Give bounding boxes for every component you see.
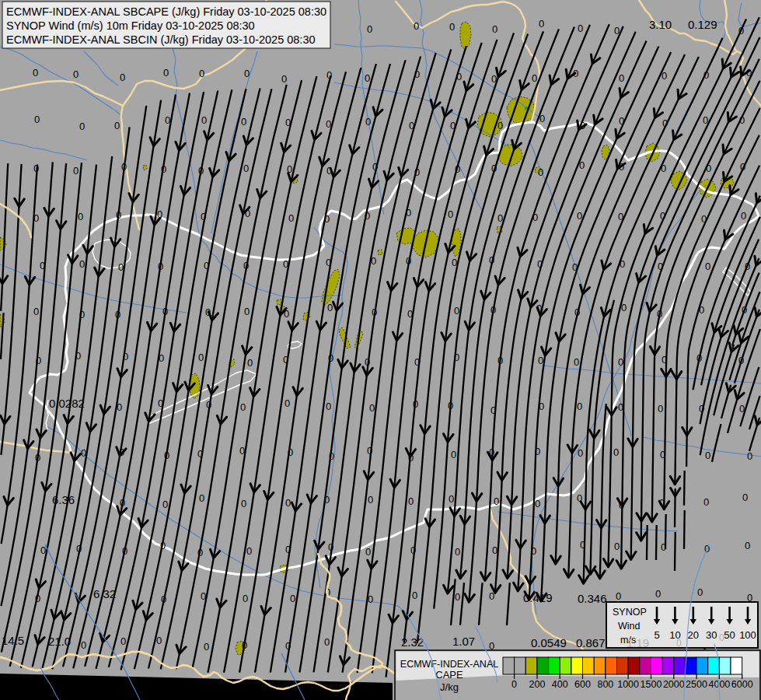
svg-text:0: 0 bbox=[538, 166, 543, 178]
svg-text:0: 0 bbox=[281, 73, 287, 85]
svg-text:0: 0 bbox=[747, 450, 752, 462]
svg-text:2500: 2500 bbox=[686, 679, 707, 690]
svg-text:0: 0 bbox=[246, 545, 252, 557]
svg-text:0: 0 bbox=[201, 114, 207, 126]
svg-text:0: 0 bbox=[614, 541, 620, 552]
svg-text:0: 0 bbox=[455, 546, 460, 558]
svg-text:0: 0 bbox=[742, 492, 748, 503]
svg-text:3.10: 3.10 bbox=[649, 18, 672, 31]
svg-text:0: 0 bbox=[156, 635, 162, 646]
svg-text:0: 0 bbox=[497, 120, 503, 131]
svg-text:0: 0 bbox=[240, 401, 246, 413]
svg-text:0: 0 bbox=[34, 114, 40, 125]
svg-text:2000: 2000 bbox=[663, 679, 685, 690]
svg-text:0: 0 bbox=[120, 72, 125, 83]
svg-text:0: 0 bbox=[408, 495, 414, 507]
svg-text:0: 0 bbox=[204, 641, 209, 653]
svg-text:0: 0 bbox=[532, 72, 537, 84]
svg-text:0: 0 bbox=[365, 546, 371, 558]
svg-text:0: 0 bbox=[199, 492, 204, 504]
svg-text:0: 0 bbox=[81, 639, 86, 651]
svg-text:ECMWF-INDEX-ANAL: ECMWF-INDEX-ANAL bbox=[400, 659, 498, 670]
svg-text:0: 0 bbox=[327, 302, 333, 313]
svg-text:0: 0 bbox=[243, 163, 249, 174]
svg-text:6000: 6000 bbox=[731, 679, 753, 690]
svg-text:600: 600 bbox=[574, 679, 591, 690]
svg-text:0: 0 bbox=[703, 496, 709, 508]
svg-text:5: 5 bbox=[654, 629, 659, 641]
svg-text:0: 0 bbox=[741, 210, 746, 222]
svg-text:0: 0 bbox=[511, 679, 517, 690]
svg-text:0: 0 bbox=[578, 23, 583, 34]
svg-text:0: 0 bbox=[285, 497, 291, 509]
svg-text:0: 0 bbox=[285, 397, 290, 409]
svg-text:0: 0 bbox=[719, 632, 724, 643]
svg-text:0: 0 bbox=[616, 590, 621, 602]
svg-text:0: 0 bbox=[241, 498, 246, 509]
svg-text:0: 0 bbox=[705, 450, 710, 461]
svg-text:0: 0 bbox=[414, 20, 419, 32]
svg-text:SYNOP: SYNOP bbox=[613, 607, 647, 618]
svg-text:200: 200 bbox=[529, 679, 546, 690]
svg-text:1.07: 1.07 bbox=[452, 635, 475, 648]
svg-text:0: 0 bbox=[449, 21, 455, 33]
svg-text:50: 50 bbox=[724, 629, 735, 641]
svg-text:1000: 1000 bbox=[617, 679, 639, 690]
svg-text:0: 0 bbox=[697, 586, 703, 598]
svg-text:0: 0 bbox=[290, 593, 295, 604]
svg-text:0.346: 0.346 bbox=[578, 592, 607, 605]
svg-text:0: 0 bbox=[658, 403, 663, 415]
svg-text:0: 0 bbox=[619, 72, 624, 84]
svg-text:0: 0 bbox=[577, 401, 582, 412]
svg-text:0: 0 bbox=[454, 305, 459, 317]
svg-text:0: 0 bbox=[199, 68, 204, 79]
svg-text:0: 0 bbox=[79, 121, 85, 132]
svg-text:400: 400 bbox=[552, 679, 568, 690]
svg-text:0: 0 bbox=[368, 494, 373, 506]
svg-text:0: 0 bbox=[535, 498, 540, 509]
svg-text:J/kg: J/kg bbox=[440, 681, 459, 693]
svg-text:0: 0 bbox=[676, 638, 682, 649]
svg-text:1500: 1500 bbox=[641, 679, 662, 690]
svg-text:Wind: Wind bbox=[618, 621, 641, 632]
svg-text:0: 0 bbox=[365, 116, 371, 128]
svg-text:0: 0 bbox=[326, 401, 331, 412]
svg-text:100: 100 bbox=[739, 629, 756, 641]
svg-text:0.0549: 0.0549 bbox=[531, 636, 567, 649]
svg-text:0: 0 bbox=[449, 493, 454, 505]
svg-text:1.19: 1.19 bbox=[627, 636, 649, 649]
svg-text:0: 0 bbox=[73, 165, 79, 177]
svg-text:0: 0 bbox=[705, 261, 710, 272]
svg-text:0.0282: 0.0282 bbox=[49, 397, 85, 410]
svg-text:0.867: 0.867 bbox=[576, 636, 606, 649]
svg-text:0: 0 bbox=[324, 636, 330, 648]
svg-text:0: 0 bbox=[497, 212, 503, 224]
svg-text:0: 0 bbox=[198, 352, 204, 363]
svg-text:0: 0 bbox=[241, 116, 246, 128]
svg-text:ECMWF-INDEX-ANAL SBCAPE (J/kg): ECMWF-INDEX-ANAL SBCAPE (J/kg) Friday 03… bbox=[6, 5, 326, 18]
svg-text:0: 0 bbox=[247, 357, 253, 369]
svg-text:800: 800 bbox=[597, 679, 613, 690]
svg-text:0: 0 bbox=[369, 402, 375, 414]
svg-text:0: 0 bbox=[539, 18, 544, 30]
svg-text:0: 0 bbox=[578, 447, 583, 459]
svg-text:SYNOP Wind (m/s) 10m Friday 03: SYNOP Wind (m/s) 10m Friday 03-10-2025 0… bbox=[6, 19, 255, 32]
svg-text:20: 20 bbox=[688, 629, 699, 641]
svg-text:0: 0 bbox=[655, 588, 661, 600]
svg-text:0: 0 bbox=[367, 23, 372, 35]
svg-text:0: 0 bbox=[492, 23, 497, 35]
svg-text:0: 0 bbox=[163, 67, 169, 79]
svg-text:0: 0 bbox=[494, 495, 499, 507]
svg-text:0: 0 bbox=[162, 499, 168, 510]
svg-text:0: 0 bbox=[243, 593, 248, 604]
svg-text:ECMWF-INDEX-ANAL SBCIN (J/kg): ECMWF-INDEX-ANAL SBCIN (J/kg) Friday 03-… bbox=[6, 33, 316, 46]
svg-text:0: 0 bbox=[613, 446, 619, 458]
svg-text:0: 0 bbox=[33, 306, 39, 317]
svg-text:0.129: 0.129 bbox=[688, 18, 717, 31]
svg-text:0: 0 bbox=[78, 211, 83, 222]
svg-text:0: 0 bbox=[455, 591, 460, 603]
svg-text:0: 0 bbox=[244, 306, 250, 317]
svg-text:0: 0 bbox=[114, 120, 120, 131]
svg-text:0: 0 bbox=[244, 68, 250, 79]
svg-text:0: 0 bbox=[538, 355, 543, 366]
